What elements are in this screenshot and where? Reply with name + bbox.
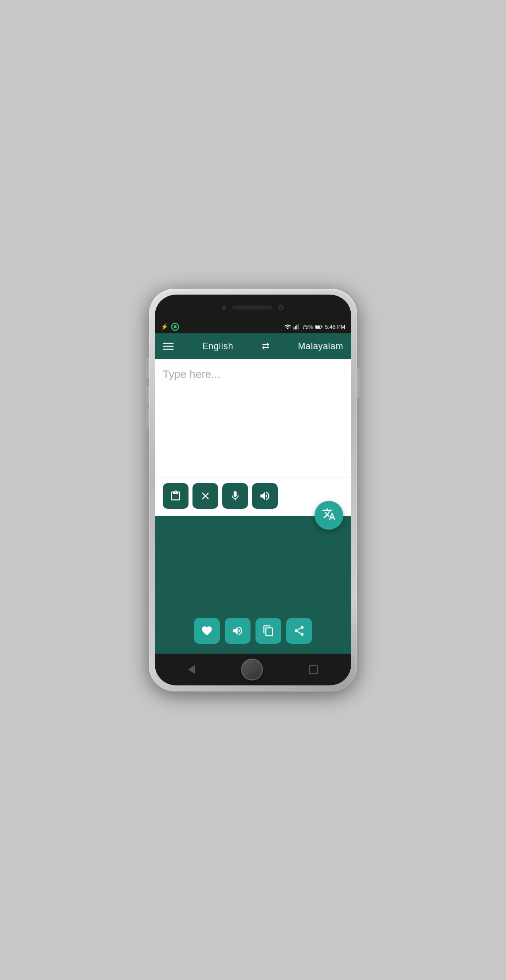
status-bar: ⚡ 75% — [155, 320, 351, 333]
close-icon — [199, 490, 211, 502]
camera — [278, 305, 284, 310]
input-toolbar — [155, 478, 351, 516]
svg-rect-0 — [294, 327, 295, 329]
heart-icon — [201, 625, 213, 637]
input-placeholder: Type here... — [163, 368, 220, 380]
top-bezel — [155, 295, 351, 320]
copy-output-button[interactable] — [255, 618, 281, 644]
output-area — [155, 516, 351, 618]
mic-icon — [229, 490, 241, 502]
favorite-button[interactable] — [194, 618, 220, 644]
input-area[interactable]: Type here... — [155, 359, 351, 478]
output-volume-icon — [232, 625, 244, 637]
svg-rect-1 — [295, 326, 296, 329]
speaker-dot — [222, 306, 226, 309]
copy-icon — [262, 625, 274, 637]
notification-icon — [171, 323, 179, 331]
source-language[interactable]: English — [202, 341, 234, 352]
bottom-bezel — [155, 654, 351, 685]
wifi-icon — [284, 323, 291, 330]
target-language[interactable]: Malayalam — [298, 341, 343, 352]
menu-button[interactable] — [163, 343, 174, 350]
swap-languages-button[interactable]: ⇄ — [262, 341, 269, 352]
signal-icon — [293, 323, 300, 330]
app-header: English ⇄ Malayalam — [155, 333, 351, 359]
app-content: English ⇄ Malayalam Type here... — [155, 333, 351, 654]
usb-icon: ⚡ — [161, 323, 168, 330]
clipboard-icon — [170, 490, 182, 502]
speaker-grille — [232, 306, 272, 309]
recents-button[interactable] — [309, 665, 318, 674]
phone-screen: ⚡ 75% — [155, 295, 351, 685]
time-display: 5:46 PM — [325, 324, 345, 330]
output-toolbar — [155, 618, 351, 654]
output-speaker-button[interactable] — [225, 618, 251, 644]
battery-icon — [315, 323, 323, 331]
clear-button[interactable] — [192, 483, 218, 509]
translate-icon — [322, 507, 336, 523]
share-button[interactable] — [286, 618, 312, 644]
status-left: ⚡ — [161, 323, 179, 331]
svg-rect-2 — [296, 325, 297, 330]
status-right: 75% 5:46 PM — [284, 323, 345, 331]
share-icon — [293, 625, 305, 637]
speaker-button[interactable] — [252, 483, 278, 509]
back-button[interactable] — [188, 665, 195, 674]
volume-icon — [259, 490, 271, 502]
battery-percent: 75% — [302, 324, 313, 330]
svg-rect-3 — [298, 324, 299, 329]
home-button[interactable] — [241, 659, 263, 680]
svg-rect-5 — [321, 326, 322, 328]
phone-frame: ⚡ 75% — [149, 289, 357, 691]
mic-button[interactable] — [222, 483, 248, 509]
paste-button[interactable] — [163, 483, 189, 509]
translate-fab-button[interactable] — [315, 501, 343, 530]
